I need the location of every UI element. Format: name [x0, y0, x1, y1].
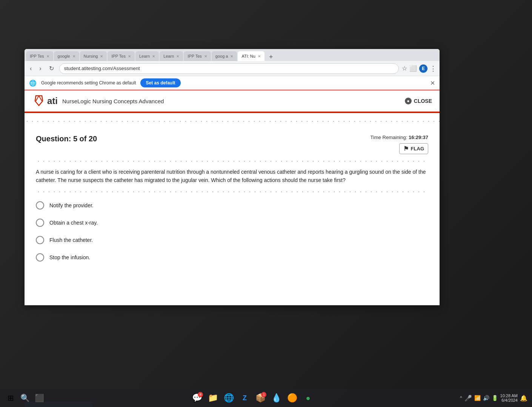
system-time[interactable]: 10:28 AM 6/4/2024 — [500, 393, 518, 402]
ati-course-title: NurseLogic Nursing Concepts Advanced — [62, 98, 164, 104]
taskbar-left: ⊞ 🔍 ⬛ — [5, 392, 45, 404]
taskbar-zoom[interactable]: Z — [238, 391, 251, 405]
radio-button-3[interactable] — [36, 236, 44, 244]
search-button[interactable]: 🔍 — [19, 392, 31, 404]
close-label: CLOSE — [414, 98, 432, 104]
answer-choices: Notify the provider. Obtain a chest x-ra… — [36, 201, 428, 262]
tab-ipp3[interactable]: IPP Tes ✕ — [184, 51, 211, 61]
answer-text-1: Notify the provider. — [49, 202, 94, 208]
address-bar-icons: ☆ ⬜ E ⋮ — [402, 64, 437, 73]
tab-google[interactable]: google ✕ — [54, 51, 79, 61]
answer-text-4: Stop the infusion. — [49, 254, 90, 260]
tab-atinu[interactable]: ATI: Nu ✕ — [238, 51, 264, 61]
answer-text-3: Flush the catheter. — [49, 237, 93, 243]
taskbar-whatsapp[interactable]: 💬 8 — [190, 391, 204, 405]
date-display: 6/4/2024 — [501, 398, 518, 402]
tab-learn2-close[interactable]: ✕ — [176, 54, 179, 58]
zoom-icon: Z — [243, 394, 247, 402]
tab-learn2-label: Learn — [163, 54, 174, 58]
address-bar: ‹ › ↻ ☆ ⬜ E ⋮ — [25, 61, 440, 76]
tab-learn1[interactable]: Learn ✕ — [135, 51, 159, 61]
ati-logo-area: ati NurseLogic Nursing Concepts Advanced — [32, 94, 164, 108]
start-button[interactable]: ⊞ — [5, 392, 17, 404]
back-button[interactable]: ‹ — [28, 64, 34, 73]
ati-logo-text: ati — [47, 96, 58, 106]
taskbar-edge[interactable]: 🌐 — [222, 391, 235, 405]
taskbar-app2[interactable]: 🟠 — [285, 391, 299, 405]
browser-window: IPP Tes ✕ google ✕ Nursing ✕ IPP Tes ✕ L… — [25, 49, 440, 305]
bookmark-icon[interactable]: ☆ — [402, 65, 407, 72]
systray-chevron[interactable]: ^ — [460, 395, 462, 401]
radio-button-1[interactable] — [36, 201, 44, 210]
tab-ipp1-label: IPP Tes — [30, 54, 44, 58]
answer-text-2: Obtain a chest x-ray. — [49, 220, 98, 226]
forward-button[interactable]: › — [37, 64, 43, 73]
ati-content[interactable]: ati NurseLogic Nursing Concepts Advanced… — [25, 90, 440, 305]
taskbar-right: ^ 🎤 📶 🔊 🔋 10:28 AM 6/4/2024 🔔 — [460, 393, 527, 402]
edge-icon: 🌐 — [224, 393, 234, 403]
tab-ipp2-close[interactable]: ✕ — [128, 54, 131, 58]
mic-icon: 🎤 — [464, 395, 472, 402]
close-assessment-button[interactable]: ● CLOSE — [405, 98, 432, 104]
question-number: Question: 5 of 20 — [36, 135, 97, 143]
tab-learn1-close[interactable]: ✕ — [152, 54, 155, 58]
tab-ipp2[interactable]: IPP Tes ✕ — [108, 51, 135, 61]
dots-separator-top — [25, 119, 440, 123]
whatsapp-badge: 8 — [198, 392, 203, 397]
svg-line-2 — [39, 96, 42, 101]
taskview-icon: ⬛ — [35, 393, 44, 402]
notification-center-icon[interactable]: 🔔 — [520, 395, 527, 402]
time-value: 16:29:37 — [409, 135, 428, 140]
tab-googlea[interactable]: goog a ✕ — [212, 51, 237, 61]
tab-ipp3-label: IPP Tes — [188, 54, 202, 58]
taskview-button[interactable]: ⬛ — [33, 392, 45, 404]
dots-separator-bottom — [36, 189, 428, 194]
flag-button[interactable]: ⚑ FLAG — [399, 143, 428, 154]
time-display: 10:28 AM — [500, 393, 518, 398]
tab-ipp1[interactable]: IPP Tes ✕ — [26, 51, 53, 61]
app2-icon: 🟠 — [287, 393, 297, 403]
tab-googlea-close[interactable]: ✕ — [230, 54, 233, 58]
close-circle-icon: ● — [405, 98, 412, 104]
wifi-icon: 📶 — [474, 395, 481, 401]
volume-icon: 🔊 — [483, 395, 489, 401]
tab-google-close[interactable]: ✕ — [72, 54, 75, 58]
answer-option-4[interactable]: Stop the infusion. — [36, 253, 428, 262]
url-input[interactable] — [59, 63, 399, 74]
taskbar-files[interactable]: 📁 — [206, 391, 220, 405]
timer-flag-area: Time Remaining: 16:29:37 ⚑ FLAG — [371, 135, 428, 154]
chrome-taskbar-icon: ● — [306, 394, 310, 402]
radio-button-2[interactable] — [36, 219, 44, 227]
files-icon: 📁 — [208, 393, 218, 403]
question-area: Question: 5 of 20 Time Remaining: 16:29:… — [25, 129, 440, 267]
ati-header: ati NurseLogic Nursing Concepts Advanced… — [25, 90, 440, 113]
taskbar-app1[interactable]: 📦 1 — [254, 391, 267, 405]
tab-google-label: google — [58, 54, 70, 58]
tab-ipp3-close[interactable]: ✕ — [204, 54, 207, 58]
answer-option-3[interactable]: Flush the catheter. — [36, 236, 428, 244]
extension-icon[interactable]: ⬜ — [409, 65, 417, 72]
reload-button[interactable]: ↻ — [47, 64, 56, 73]
radio-button-4[interactable] — [36, 253, 44, 262]
tab-learn2[interactable]: Learn ✕ — [160, 51, 183, 61]
set-default-button[interactable]: Set as default — [140, 78, 180, 87]
taskbar-dropbox[interactable]: 💧 — [269, 391, 283, 405]
time-remaining: Time Remaining: 16:29:37 — [371, 135, 428, 140]
notification-close-button[interactable]: ✕ — [430, 80, 435, 87]
tab-nursing[interactable]: Nursing ✕ — [80, 51, 107, 61]
notification-text: Google recommends setting Chrome as defa… — [41, 80, 136, 86]
tab-atinu-close[interactable]: ✕ — [258, 54, 261, 58]
menu-icon[interactable]: ⋮ — [430, 64, 437, 73]
tab-nursing-close[interactable]: ✕ — [100, 54, 103, 58]
answer-option-2[interactable]: Obtain a chest x-ray. — [36, 219, 428, 227]
dots-separator-mid — [36, 159, 428, 163]
taskbar-chrome[interactable]: ● — [301, 391, 315, 405]
profile-icon[interactable]: E — [419, 64, 427, 73]
tab-learn1-label: Learn — [139, 54, 150, 58]
tab-ipp1-close[interactable]: ✕ — [46, 54, 49, 58]
answer-option-1[interactable]: Notify the provider. — [36, 201, 428, 210]
new-tab-button[interactable]: + — [267, 53, 275, 61]
start-icon: ⊞ — [8, 393, 14, 402]
flag-icon: ⚑ — [403, 145, 409, 152]
question-meta: Question: 5 of 20 Time Remaining: 16:29:… — [36, 135, 428, 154]
